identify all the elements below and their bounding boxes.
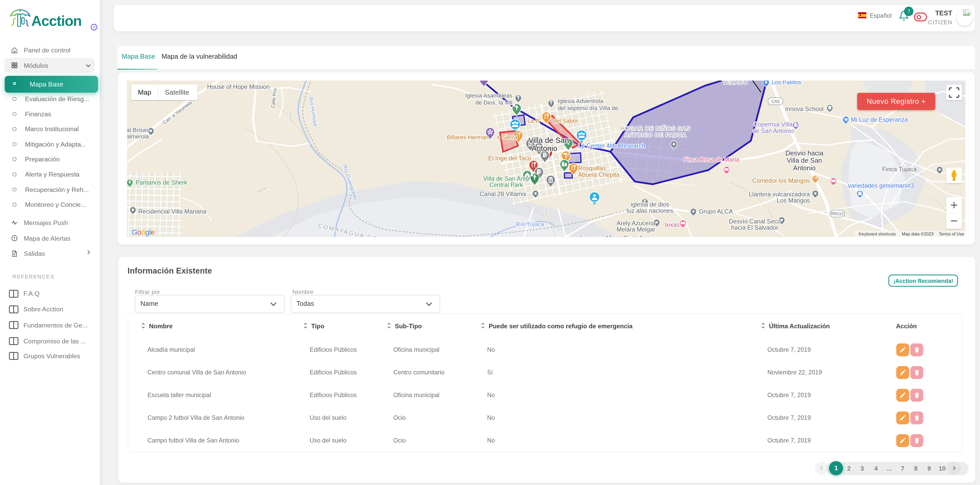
svg-text:s Sierra: s Sierra	[497, 134, 517, 140]
svg-text:Melara Melgar: Melara Melgar	[617, 226, 655, 233]
svg-text:Pantanos de Sherk: Pantanos de Sherk	[136, 179, 187, 186]
svg-text:Billares Herman: Billares Herman	[447, 134, 488, 140]
svg-text:almerola: almerola	[127, 133, 149, 140]
svg-text:Central Park: Central Park	[489, 182, 523, 188]
svg-text:CA5: CA5	[771, 99, 780, 104]
svg-text:Terms of Use: Terms of Use	[939, 231, 964, 236]
svg-text:Desvio hacia: Desvio hacia	[785, 149, 824, 157]
svg-text:Comedor los Mangos: Comedor los Mangos	[752, 177, 810, 184]
svg-text:Nuevo Registro +: Nuevo Registro +	[867, 97, 926, 105]
svg-text:del Sabor: del Sabor	[553, 118, 579, 124]
svg-text:Lp Center 4life Research: Lp Center 4life Research	[578, 142, 645, 149]
svg-text:Finca Rosa de Maria: Finca Rosa de Maria	[684, 156, 740, 163]
svg-text:texas: texas	[665, 222, 680, 228]
svg-text:600m: 600m	[288, 112, 294, 124]
svg-text:luz alas naciones: luz alas naciones	[627, 207, 673, 214]
svg-text:Antonio: Antonio	[531, 144, 557, 153]
svg-text:Canal 28 Villamix: Canal 28 Villamix	[480, 191, 527, 198]
svg-text:RN112: RN112	[831, 211, 844, 216]
svg-text:iglesia de dios: iglesia de dios	[631, 201, 669, 208]
svg-text:de San Antonio: de San Antonio	[753, 128, 794, 134]
svg-text:Grupo ALCA: Grupo ALCA	[699, 208, 733, 215]
svg-text:Lagunas Maria Castellon: Lagunas Maria Castellon	[580, 235, 650, 237]
svg-text:TEXACO: TEXACO	[722, 81, 748, 86]
svg-text:Abuela Chepita: Abuela Chepita	[578, 171, 620, 178]
svg-text:HOGAR DE NIÑOS SAN: HOGAR DE NIÑOS SAN	[620, 125, 691, 132]
svg-text:Arely Azucena: Arely Azucena	[617, 220, 655, 227]
svg-text:Mi Luz de Esperanza: Mi Luz de Esperanza	[851, 116, 908, 123]
svg-text:Llantera vulcanizadora: Llantera vulcanizadora	[749, 191, 810, 198]
svg-text:Los Mangos: Los Mangos	[777, 197, 810, 204]
svg-text:Keyboard shortcuts: Keyboard shortcuts	[859, 231, 896, 236]
svg-text:ANTONIO DE PADUA: ANTONIO DE PADUA	[625, 132, 687, 138]
svg-text:La R: La R	[527, 118, 540, 124]
svg-text:Río Tujaca: Río Tujaca	[516, 221, 544, 227]
svg-text:de Dios, la Vill: de Dios, la Vill	[476, 99, 512, 106]
svg-text:Copemsa Villa: Copemsa Villa	[754, 121, 793, 128]
svg-text:House of Hope Mission: House of Hope Mission	[207, 83, 270, 90]
svg-text:variedades getsemani#3: variedades getsemani#3	[848, 182, 914, 189]
svg-text:Desvío Canal Seco: Desvío Canal Seco	[729, 218, 781, 225]
svg-text:El Inge del Taco: El Inge del Taco	[488, 155, 531, 162]
svg-text:al Brisas: al Brisas	[127, 127, 149, 133]
svg-text:Iglesia Asambleas: Iglesia Asambleas	[465, 92, 512, 99]
svg-text:Finca Tujaca: Finca Tujaca	[882, 166, 917, 172]
svg-text:Map: Map	[138, 88, 151, 96]
svg-text:Villa de San: Villa de San	[529, 136, 570, 144]
svg-text:del séptimo día Villa de...: del séptimo día Villa de...	[558, 105, 623, 111]
svg-text:Iglesia Adventista: Iglesia Adventista	[558, 98, 604, 104]
svg-text:Innova School: Innova School	[785, 105, 824, 112]
svg-text:Google: Google	[132, 228, 154, 236]
svg-text:Los Palillos: Los Palillos	[772, 81, 801, 86]
svg-text:Recidencial Villa Mariana: Recidencial Villa Mariana	[138, 208, 206, 215]
svg-text:Satellite: Satellite	[165, 88, 189, 96]
svg-text:Villa de San: Villa de San	[787, 157, 822, 164]
svg-text:hacia El Salvador: hacia El Salvador	[731, 224, 778, 231]
svg-text:Rosquillas: Rosquillas	[578, 165, 606, 172]
svg-text:Antonio: Antonio	[793, 164, 816, 172]
svg-text:Villa de San Anto: Villa de San Anto	[484, 175, 530, 182]
svg-text:Map data ©2023: Map data ©2023	[902, 231, 934, 236]
